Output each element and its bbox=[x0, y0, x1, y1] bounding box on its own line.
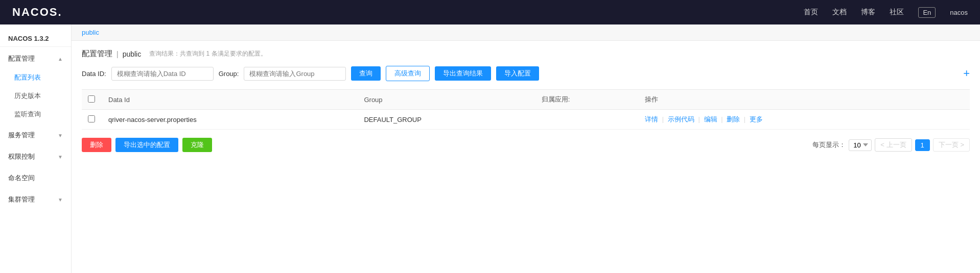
clone-button[interactable]: 克隆 bbox=[182, 138, 212, 152]
action-sep-1: | bbox=[662, 115, 664, 123]
sidebar-item-listener[interactable]: 监听查询 bbox=[0, 105, 71, 123]
nav-blog[interactable]: 博客 bbox=[861, 8, 875, 17]
breadcrumb: public bbox=[72, 24, 980, 41]
row-checkbox-cell bbox=[82, 110, 102, 130]
sidebar-group-service: 服务管理 ▼ bbox=[0, 126, 71, 145]
page-title: 配置管理 bbox=[82, 49, 112, 59]
action-sep-4: | bbox=[744, 115, 745, 123]
row-checkbox[interactable] bbox=[88, 115, 95, 122]
data-id-input[interactable] bbox=[111, 67, 214, 81]
query-result-text: 查询结果：共查询到 1 条满足要求的配置。 bbox=[149, 49, 266, 58]
page-content: 配置管理 | public 查询结果：共查询到 1 条满足要求的配置。 Data… bbox=[72, 41, 980, 273]
action-detail[interactable]: 详情 bbox=[645, 115, 658, 123]
sidebar-item-config-list[interactable]: 配置列表 bbox=[0, 68, 71, 87]
nav-links: 首页 文档 博客 社区 En nacos bbox=[804, 7, 968, 18]
export-selected-button[interactable]: 导出选中的配置 bbox=[115, 138, 178, 152]
breadcrumb-public[interactable]: public bbox=[82, 29, 99, 36]
row-data-id: qriver-nacos-server.properties bbox=[102, 110, 358, 130]
page-size-select[interactable]: 10 bbox=[849, 139, 872, 151]
import-button[interactable]: 导入配置 bbox=[496, 66, 539, 81]
sidebar-group-label-cluster: 集群管理 bbox=[8, 195, 35, 204]
table-header-checkbox bbox=[82, 90, 102, 110]
row-group: DEFAULT_GROUP bbox=[358, 110, 535, 130]
next-page-button[interactable]: 下一页 > bbox=[933, 138, 970, 152]
action-edit[interactable]: 编辑 bbox=[704, 115, 717, 123]
sidebar-group-header-cluster[interactable]: 集群管理 ▼ bbox=[0, 190, 71, 209]
search-bar: Data ID: Group: 查询 高级查询 导出查询结果 导入配置 + bbox=[82, 66, 970, 81]
col-app: 归属应用: bbox=[535, 90, 639, 110]
logo-text: NACOS. bbox=[12, 6, 62, 19]
action-sep-3: | bbox=[721, 115, 722, 123]
sidebar-group-header-permission[interactable]: 权限控制 ▼ bbox=[0, 147, 71, 166]
sidebar-group-header-namespace[interactable]: 命名空间 bbox=[0, 168, 71, 188]
col-group: Group bbox=[358, 90, 535, 110]
group-label: Group: bbox=[219, 70, 239, 78]
pagination: 每页显示： 10 < 上一页 1 下一页 > bbox=[812, 138, 970, 152]
user-label: nacos bbox=[950, 9, 968, 16]
group-input[interactable] bbox=[244, 67, 346, 81]
arrow-icon-permission: ▼ bbox=[58, 154, 63, 160]
search-button[interactable]: 查询 bbox=[351, 66, 381, 81]
select-all-checkbox[interactable] bbox=[88, 95, 95, 103]
data-id-label: Data ID: bbox=[82, 70, 106, 78]
sidebar-group-namespace: 命名空间 bbox=[0, 168, 71, 188]
export-button[interactable]: 导出查询结果 bbox=[435, 66, 491, 81]
sidebar: NACOS 1.3.2 配置管理 ▲ 配置列表 历史版本 监听查询 服务管理 ▼… bbox=[0, 24, 72, 273]
action-delete[interactable]: 删除 bbox=[727, 115, 740, 123]
sidebar-group-label-config: 配置管理 bbox=[8, 54, 35, 63]
page-separator: | bbox=[116, 50, 119, 58]
config-table: Data Id Group 归属应用: 操作 qriver-nacos-serv… bbox=[82, 89, 970, 130]
sidebar-group-label-permission: 权限控制 bbox=[8, 152, 35, 161]
sidebar-group-header-config[interactable]: 配置管理 ▲ bbox=[0, 49, 71, 68]
nav-docs[interactable]: 文档 bbox=[832, 8, 847, 17]
sidebar-group-header-service[interactable]: 服务管理 ▼ bbox=[0, 126, 71, 145]
action-sep-2: | bbox=[698, 115, 700, 123]
current-page[interactable]: 1 bbox=[915, 139, 930, 151]
page-namespace: public bbox=[123, 50, 142, 58]
action-example[interactable]: 示例代码 bbox=[668, 115, 694, 123]
sidebar-version: NACOS 1.3.2 bbox=[0, 29, 71, 47]
main-content: public 配置管理 | public 查询结果：共查询到 1 条满足要求的配… bbox=[72, 24, 980, 273]
col-data-id: Data Id bbox=[102, 90, 358, 110]
delete-button[interactable]: 删除 bbox=[82, 138, 111, 152]
nav-home[interactable]: 首页 bbox=[804, 8, 818, 17]
app-layout: NACOS 1.3.2 配置管理 ▲ 配置列表 历史版本 监听查询 服务管理 ▼… bbox=[0, 24, 980, 273]
page-header: 配置管理 | public 查询结果：共查询到 1 条满足要求的配置。 bbox=[82, 49, 970, 59]
arrow-icon-config: ▲ bbox=[58, 56, 63, 62]
action-more[interactable]: 更多 bbox=[750, 115, 763, 123]
lang-button[interactable]: En bbox=[918, 7, 936, 18]
top-navigation: NACOS. 首页 文档 博客 社区 En nacos bbox=[0, 0, 980, 24]
bottom-bar: 删除 导出选中的配置 克隆 每页显示： 10 < 上一页 1 下一页 > bbox=[82, 138, 970, 152]
arrow-icon-service: ▼ bbox=[58, 133, 63, 138]
logo: NACOS. bbox=[12, 6, 62, 19]
arrow-icon-cluster: ▼ bbox=[58, 197, 63, 203]
row-app bbox=[535, 110, 639, 130]
table-row: qriver-nacos-server.properties DEFAULT_G… bbox=[82, 110, 970, 130]
col-action: 操作 bbox=[639, 90, 970, 110]
sidebar-group-label-service: 服务管理 bbox=[8, 131, 35, 140]
sidebar-group-label-namespace: 命名空间 bbox=[8, 173, 35, 183]
add-config-button[interactable]: + bbox=[963, 68, 970, 79]
sidebar-group-permission: 权限控制 ▼ bbox=[0, 147, 71, 166]
page-size-label: 每页显示： bbox=[812, 140, 846, 150]
advanced-search-button[interactable]: 高级查询 bbox=[386, 66, 430, 81]
prev-page-button[interactable]: < 上一页 bbox=[875, 138, 912, 152]
sidebar-item-history[interactable]: 历史版本 bbox=[0, 87, 71, 105]
sidebar-group-cluster: 集群管理 ▼ bbox=[0, 190, 71, 209]
row-actions: 详情 | 示例代码 | 编辑 | 删除 | 更多 bbox=[639, 110, 970, 130]
nav-community[interactable]: 社区 bbox=[890, 8, 904, 17]
sidebar-group-config: 配置管理 ▲ 配置列表 历史版本 监听查询 bbox=[0, 49, 71, 123]
